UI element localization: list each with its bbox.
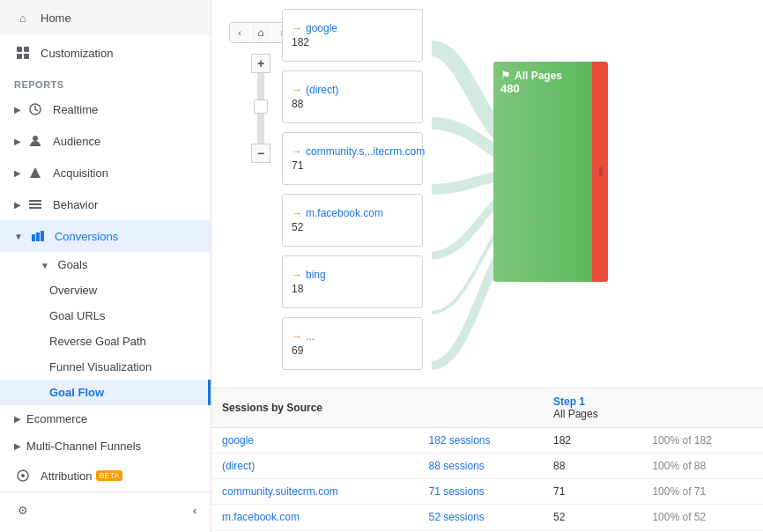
sidebar-item-behavior[interactable]: ▶ Behavior: [0, 188, 211, 220]
svg-rect-0: [17, 47, 22, 52]
source-box-facebook[interactable]: → m.facebook.com 52: [282, 194, 423, 247]
table-cell-source: m.facebook.com: [211, 505, 418, 530]
table-cell-step-pct: 100% of 52: [641, 505, 763, 530]
realtime-icon: [26, 100, 44, 118]
sidebar-item-ecommerce[interactable]: ▶ Ecommerce: [0, 405, 211, 432]
goal-box[interactable]: ⚑ All Pages 480 ⬇: [493, 62, 608, 282]
table-header-step1: Step 1 All Pages: [543, 388, 641, 428]
sidebar-item-goals[interactable]: ▼ Goals: [0, 252, 211, 277]
sidebar-item-acquisition[interactable]: ▶ Acquisition: [0, 157, 211, 188]
nav-home-button[interactable]: ⌂: [251, 23, 270, 42]
table-cell-sessions: 182 sessions: [418, 428, 543, 454]
multichannel-arrow-icon: ▶: [14, 441, 21, 451]
goal-flow-table: Sessions by Source Step 1 All Pages goog…: [211, 388, 763, 532]
sidebar-item-attribution[interactable]: Attribution BETA: [0, 460, 211, 491]
source-box-direct[interactable]: → (direct) 88: [282, 70, 423, 123]
table-cell-step-pct: 100% of 71: [641, 479, 763, 505]
nav-left-button[interactable]: ‹: [230, 23, 249, 42]
source-box-google[interactable]: → google 182: [282, 9, 423, 62]
goal-count: 480: [500, 82, 585, 95]
source-arrow-icon: →: [292, 84, 302, 96]
expand-arrow-icon: ▶: [14, 105, 21, 115]
table-cell-step-pct: 100% of 88: [641, 454, 763, 479]
table-header-pct: [641, 388, 763, 428]
source-count-facebook: 52: [292, 221, 413, 233]
collapse-arrow[interactable]: ‹: [193, 504, 196, 517]
sidebar-item-audience[interactable]: ▶ Audience: [0, 125, 211, 157]
acquisition-icon: [26, 164, 44, 181]
behavior-icon: [26, 196, 44, 213]
attribution-icon: [14, 467, 32, 484]
reports-label: REPORTS: [0, 70, 211, 93]
table-cell-step-num: 52: [543, 505, 641, 530]
sidebar: ⌂ Home Customization REPORTS ▶ Realtime …: [0, 0, 211, 532]
table-header-sessions: [418, 388, 543, 428]
flow-area: ‹ ⌂ › + −: [211, 0, 763, 388]
sidebar-item-conversions[interactable]: ▼ Conversions: [0, 220, 211, 252]
table-row: (direct) 88 sessions 88 100% of 88: [211, 454, 763, 479]
source-name-bing: bing: [306, 269, 326, 281]
zoom-in-button[interactable]: +: [251, 54, 270, 73]
table-cell-step-pct: 100% of 182: [641, 428, 763, 454]
source-name-community: community.s...itecrm.com: [306, 145, 425, 158]
sidebar-item-overview[interactable]: Overview: [0, 277, 211, 303]
source-count-bing: 18: [292, 283, 413, 295]
zoom-handle[interactable]: [254, 100, 268, 114]
svg-marker-10: [32, 234, 35, 241]
zoom-controls: + −: [251, 54, 270, 163]
source-name-direct: (direct): [306, 84, 338, 96]
sidebar-item-customization[interactable]: Customization: [0, 35, 211, 70]
svg-marker-11: [36, 233, 40, 241]
sidebar-item-funnel-visualization[interactable]: Funnel Visualization: [0, 354, 211, 380]
table-cell-sessions: 88 sessions: [418, 454, 543, 479]
zoom-track[interactable]: [257, 73, 264, 144]
table-cell-source: google: [211, 428, 418, 454]
table-cell-sessions: 52 sessions: [418, 505, 543, 530]
source-name-facebook: m.facebook.com: [306, 207, 383, 219]
goals-submenu: ▼ Goals Overview Goal URLs Reverse Goal …: [0, 252, 211, 405]
zoom-out-button[interactable]: −: [251, 144, 270, 163]
svg-marker-6: [30, 167, 41, 178]
sources-column: → google 182 → (direct) 88 →: [282, 9, 423, 370]
source-arrow-icon: →: [292, 330, 302, 343]
table-cell-step-num: 182: [543, 428, 641, 454]
table-cell-sessions: 71 sessions: [418, 479, 543, 505]
source-arrow-icon: →: [292, 269, 302, 281]
source-count-google: 182: [292, 36, 413, 48]
source-count-community: 71: [292, 159, 413, 172]
svg-rect-3: [24, 54, 29, 59]
svg-rect-9: [29, 207, 41, 209]
sidebar-item-goal-flow[interactable]: Goal Flow: [0, 380, 211, 405]
svg-marker-12: [41, 231, 44, 241]
expand-arrow-icon: ▶: [14, 200, 21, 210]
sidebar-item-goal-urls[interactable]: Goal URLs: [0, 303, 211, 329]
exit-arrow-icon: ⬇: [596, 165, 606, 179]
source-box-community[interactable]: → community.s...itecrm.com 71: [282, 132, 423, 185]
source-box-other[interactable]: → ... 69: [282, 317, 423, 370]
svg-rect-2: [17, 54, 22, 59]
goal-flag-icon: ⚑: [500, 69, 511, 82]
sidebar-item-multichannel[interactable]: ▶ Multi-Channel Funnels: [0, 432, 211, 460]
table-row: google 182 sessions 182 100% of 182: [211, 428, 763, 454]
source-arrow-icon: →: [292, 145, 302, 158]
svg-point-5: [33, 136, 38, 141]
sidebar-item-realtime[interactable]: ▶ Realtime: [0, 93, 211, 125]
source-box-bing[interactable]: → bing 18: [282, 255, 423, 308]
goal-label: All Pages: [515, 70, 562, 82]
sidebar-bottom: ⚙ ‹: [0, 491, 211, 528]
ecommerce-arrow-icon: ▶: [14, 414, 21, 424]
source-arrow-icon: →: [292, 207, 302, 219]
table-cell-step-num: 71: [543, 479, 641, 505]
source-count-direct: 88: [292, 98, 413, 110]
sidebar-item-home[interactable]: ⌂ Home: [0, 0, 211, 35]
table-header-source: Sessions by Source: [211, 388, 418, 428]
goals-expand-arrow-icon: ▼: [41, 261, 49, 270]
table-row: m.facebook.com 52 sessions 52 100% of 52: [211, 505, 763, 530]
sidebar-item-reverse-goal-path[interactable]: Reverse Goal Path: [0, 329, 211, 354]
expand-arrow-down-icon: ▼: [14, 232, 23, 241]
table-cell-source: (direct): [211, 454, 418, 479]
settings-row[interactable]: ⚙ ‹: [0, 492, 211, 528]
flow-viz: ‹ ⌂ › + −: [211, 0, 763, 388]
svg-rect-7: [29, 200, 41, 202]
settings-icon: ⚙: [14, 501, 32, 519]
